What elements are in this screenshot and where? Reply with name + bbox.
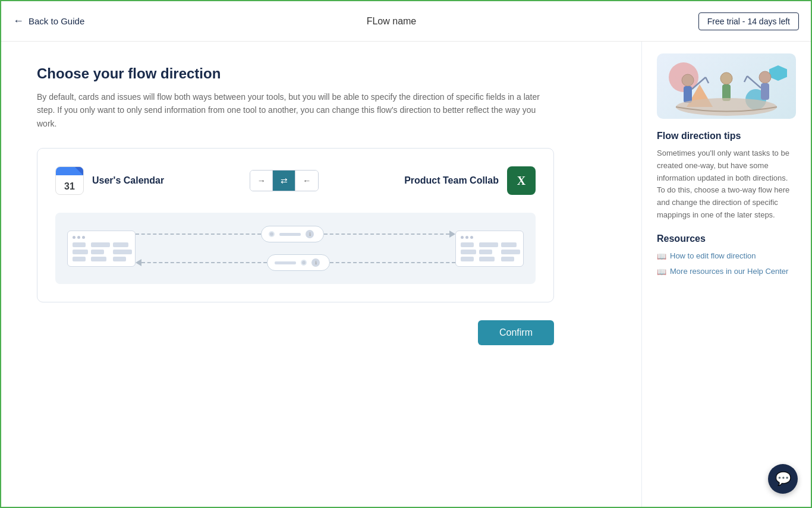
- dashed-line-right2: [330, 262, 455, 263]
- direction-right-button[interactable]: →: [250, 171, 273, 191]
- window-row-item: [91, 242, 110, 247]
- arrow-head-left-icon: [136, 259, 141, 266]
- diagram-right-side: [455, 231, 524, 267]
- window-col: [501, 242, 520, 261]
- window-row-item: [461, 250, 476, 254]
- svg-rect-1: [684, 86, 692, 103]
- window-row-item: [479, 257, 495, 261]
- window-dots: [461, 236, 518, 239]
- svg-point-10: [676, 98, 777, 116]
- flow-pill-icon: ℹ: [311, 258, 320, 267]
- diagram-window-right: [455, 231, 524, 267]
- tool-row: 31 User's Calendar → ⇄ ← X Product Team …: [55, 166, 536, 195]
- arrow-row-left: ℹ: [136, 254, 455, 271]
- resource-link-1[interactable]: 📖 How to edit flow direction: [657, 251, 796, 261]
- sidebar-tips-title: Flow direction tips: [657, 131, 796, 141]
- window-rows: [73, 242, 130, 261]
- window-dot: [465, 236, 468, 239]
- svg-line-2: [692, 77, 706, 89]
- window-dots: [73, 236, 130, 239]
- tool-left: 31 User's Calendar: [55, 166, 164, 195]
- direction-buttons: → ⇄ ←: [250, 170, 319, 191]
- window-col: [91, 242, 110, 261]
- svg-point-0: [682, 74, 694, 86]
- chat-icon: 💬: [775, 471, 791, 487]
- tool-right: X Product Team Collab: [404, 166, 536, 195]
- resource-link-2-text: More resources in our Help Center: [670, 267, 788, 276]
- book-icon-2: 📖: [657, 267, 666, 276]
- google-calendar-icon: 31: [55, 166, 84, 195]
- window-col: [113, 242, 132, 261]
- window-row-item: [113, 242, 128, 247]
- page-title: Choose your flow direction: [37, 65, 612, 82]
- window-col: [73, 242, 88, 261]
- diagram-center: ℹ ℹ: [136, 226, 455, 271]
- svg-rect-7: [761, 83, 769, 100]
- illustration-svg: [657, 59, 796, 119]
- header: ← Back to Guide FLow name Free trial - 1…: [1, 1, 811, 42]
- window-dot: [461, 236, 464, 239]
- resource-link-1-text: How to edit flow direction: [670, 251, 756, 260]
- window-row-item: [461, 242, 474, 247]
- arrow-head-right-icon: [449, 231, 455, 238]
- content-area: Choose your flow direction By default, c…: [1, 42, 641, 508]
- flow-direction-card: 31 User's Calendar → ⇄ ← X Product Team …: [37, 148, 554, 302]
- window-row-item: [73, 242, 86, 247]
- book-icon-1: 📖: [657, 252, 666, 261]
- diagram-window-left: [67, 231, 136, 267]
- flow-pill-bar: [275, 261, 296, 264]
- page-description: By default, cards and issues will flow b…: [37, 90, 542, 130]
- arrow-row-right: ℹ: [136, 226, 455, 242]
- flow-diagram: ℹ ℹ: [55, 213, 536, 284]
- direction-both-button[interactable]: ⇄: [273, 171, 295, 191]
- back-label: Back to Guide: [29, 16, 84, 26]
- flow-pill-icon: ℹ: [306, 230, 314, 238]
- window-row-item: [479, 242, 498, 247]
- window-row-item: [501, 257, 514, 261]
- svg-line-9: [744, 76, 747, 82]
- window-row-item: [113, 250, 132, 254]
- main-layout: Choose your flow direction By default, c…: [1, 42, 811, 508]
- sidebar-illustration: [657, 53, 796, 119]
- window-col: [461, 242, 476, 261]
- tool-right-name: Product Team Collab: [404, 175, 499, 186]
- confirm-area: Confirm: [37, 320, 554, 345]
- flow-pill-dot: [269, 231, 275, 237]
- dashed-line-right: [324, 234, 449, 235]
- dashed-line-left2: [141, 262, 267, 263]
- dashed-line-left: [136, 234, 261, 235]
- window-dot: [470, 236, 473, 239]
- chat-button[interactable]: 💬: [768, 464, 798, 494]
- tool-left-name: User's Calendar: [92, 175, 164, 186]
- back-to-guide-button[interactable]: ← Back to Guide: [13, 15, 84, 27]
- window-dot: [73, 236, 75, 239]
- flow-pill-left: ℹ: [267, 254, 330, 271]
- diagram-left-side: [67, 231, 136, 267]
- flow-pill-bar: [279, 233, 301, 236]
- window-row-item: [73, 257, 86, 261]
- window-rows: [461, 242, 518, 261]
- window-row-item: [113, 257, 126, 261]
- trial-badge: Free trial - 14 days left: [698, 12, 799, 30]
- svg-point-4: [720, 72, 732, 84]
- window-row-item: [91, 257, 106, 261]
- confirm-button[interactable]: Confirm: [478, 320, 554, 345]
- window-dot: [82, 236, 85, 239]
- resource-link-2[interactable]: 📖 More resources in our Help Center: [657, 267, 796, 276]
- sidebar-tips-text: Sometimes you'll only want tasks to be c…: [657, 147, 796, 222]
- back-arrow-icon: ←: [13, 15, 24, 27]
- window-row-item: [73, 250, 88, 254]
- sidebar-resources-title: Resources: [657, 234, 796, 244]
- window-row-item: [461, 257, 474, 261]
- direction-left-button[interactable]: ←: [295, 171, 318, 191]
- sidebar: Flow direction tips Sometimes you'll onl…: [641, 42, 811, 508]
- window-row-item: [501, 242, 517, 247]
- flow-pill-right: ℹ: [261, 226, 324, 242]
- window-col: [479, 242, 498, 261]
- excel-icon: X: [507, 166, 536, 195]
- window-dot: [77, 236, 80, 239]
- window-row-item: [501, 250, 520, 254]
- svg-point-6: [759, 71, 771, 83]
- window-row-item: [479, 250, 492, 254]
- window-row-item: [91, 250, 104, 254]
